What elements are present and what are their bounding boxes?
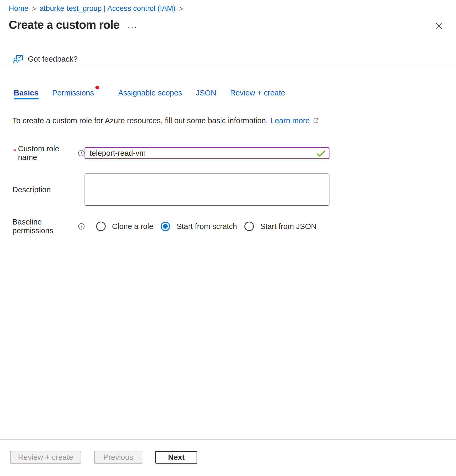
chevron-right-icon: > bbox=[179, 3, 183, 13]
blade-header: Create a custom role ··· bbox=[9, 18, 456, 32]
tab-review-create[interactable]: Review + create bbox=[230, 89, 285, 99]
previous-button[interactable]: Previous bbox=[94, 451, 142, 464]
radio-unselected-icon bbox=[96, 222, 106, 231]
breadcrumb-access-control-link[interactable]: atburke-test_group | Access control (IAM… bbox=[40, 4, 176, 13]
baseline-permissions-label-text: Baseline permissions bbox=[12, 218, 76, 235]
custom-role-name-row: * Custom role name i bbox=[12, 144, 456, 162]
feedback-person-bubble-icon bbox=[13, 54, 23, 64]
header-divider bbox=[0, 66, 456, 66]
radio-clone-a-role-label: Clone a role bbox=[112, 222, 153, 231]
valid-checkmark-icon bbox=[316, 150, 326, 158]
basics-form: * Custom role name i Description Ba bbox=[12, 144, 456, 235]
close-icon bbox=[435, 22, 443, 31]
description-row: Description bbox=[12, 173, 456, 206]
required-asterisk: * bbox=[13, 147, 16, 155]
custom-role-name-label: * Custom role name i bbox=[12, 144, 85, 162]
description-textarea[interactable] bbox=[85, 173, 329, 206]
radio-start-from-json-label: Start from JSON bbox=[260, 222, 317, 231]
custom-role-name-label-text: Custom role name bbox=[18, 144, 76, 162]
got-feedback-button[interactable]: Got feedback? bbox=[13, 54, 456, 64]
info-icon[interactable]: i bbox=[78, 150, 85, 156]
close-blade-button[interactable] bbox=[434, 22, 444, 31]
breadcrumb: Home > atburke-test_group | Access contr… bbox=[9, 4, 456, 13]
wizard-footer-buttons: Review + create Previous Next bbox=[10, 451, 197, 464]
intro-sentence: To create a custom role for Azure resour… bbox=[12, 116, 268, 125]
breadcrumb-home-link[interactable]: Home bbox=[9, 4, 29, 13]
info-icon[interactable]: i bbox=[78, 223, 85, 230]
external-link-icon bbox=[313, 117, 319, 126]
baseline-permissions-radio-group: Clone a role Start from scratch Start fr… bbox=[96, 222, 317, 231]
description-label-text: Description bbox=[12, 185, 51, 194]
radio-clone-a-role[interactable]: Clone a role bbox=[96, 222, 153, 231]
tab-permissions-label: Permissions bbox=[52, 89, 94, 97]
wizard-tabs: Basics Permissions Assignable scopes JSO… bbox=[14, 89, 456, 99]
baseline-permissions-label: Baseline permissions i bbox=[12, 218, 85, 235]
radio-start-from-scratch[interactable]: Start from scratch bbox=[161, 222, 237, 231]
page-title: Create a custom role bbox=[9, 18, 119, 31]
description-label: Description bbox=[12, 185, 85, 194]
intro-text: To create a custom role for Azure resour… bbox=[12, 116, 456, 126]
custom-role-name-input[interactable] bbox=[85, 147, 329, 159]
notification-dot bbox=[95, 86, 99, 89]
more-menu-ellipsis-icon[interactable]: ··· bbox=[127, 22, 138, 31]
learn-more-link[interactable]: Learn more bbox=[271, 116, 310, 125]
chevron-right-icon: > bbox=[32, 3, 36, 13]
radio-start-from-json[interactable]: Start from JSON bbox=[244, 222, 317, 231]
review-create-button[interactable]: Review + create bbox=[10, 451, 81, 464]
tab-assignable-scopes[interactable]: Assignable scopes bbox=[118, 89, 182, 99]
tab-permissions[interactable]: Permissions bbox=[52, 89, 94, 99]
custom-role-name-input-wrap bbox=[85, 147, 329, 159]
radio-unselected-icon bbox=[244, 222, 254, 231]
tab-basics[interactable]: Basics bbox=[14, 89, 39, 99]
baseline-permissions-row: Baseline permissions i Clone a role Star… bbox=[12, 218, 456, 235]
next-button[interactable]: Next bbox=[155, 451, 197, 464]
footer-divider bbox=[0, 439, 456, 440]
tab-json[interactable]: JSON bbox=[196, 89, 216, 99]
radio-start-from-scratch-label: Start from scratch bbox=[176, 222, 237, 231]
radio-selected-icon bbox=[161, 222, 170, 231]
got-feedback-label: Got feedback? bbox=[28, 55, 78, 63]
create-custom-role-blade: Home > atburke-test_group | Access contr… bbox=[0, 0, 456, 476]
